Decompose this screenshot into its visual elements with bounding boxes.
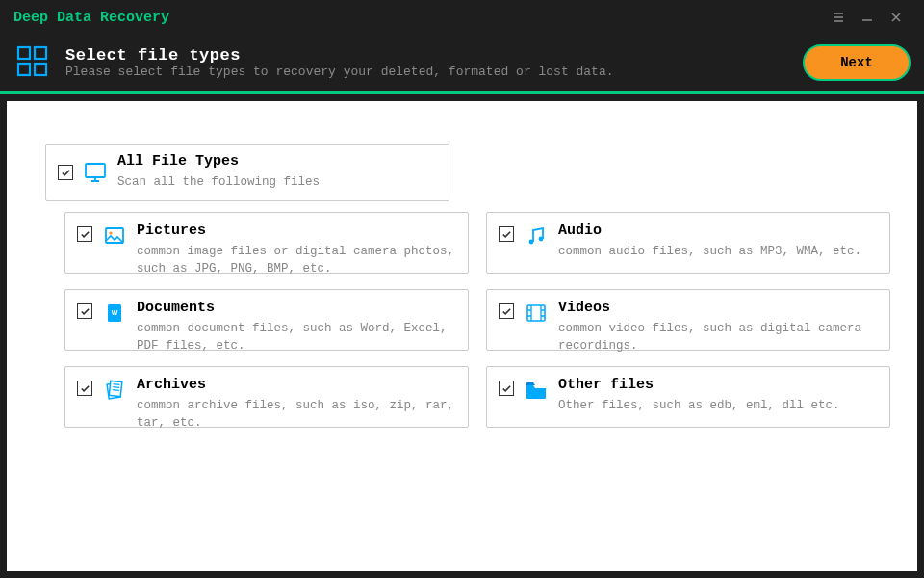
checkbox-audio[interactable] (499, 226, 514, 242)
svg-rect-0 (18, 47, 30, 59)
checkbox-archives[interactable] (77, 381, 92, 396)
card-documents-label: Documents (137, 300, 456, 316)
page: All File Types Scan all the following fi… (7, 101, 917, 571)
page-title: Select file types (65, 46, 803, 65)
card-all-file-types[interactable]: All File Types Scan all the following fi… (45, 144, 449, 201)
next-button-label: Next (840, 55, 873, 70)
minimize-icon[interactable] (853, 3, 882, 32)
svg-rect-3 (35, 64, 46, 75)
checkbox-other[interactable] (499, 381, 514, 396)
card-videos[interactable]: Videos common video files, such as digit… (486, 289, 890, 351)
svg-point-8 (539, 237, 544, 242)
card-all-label: All File Types (117, 153, 437, 170)
card-pictures-label: Pictures (137, 223, 456, 239)
checkbox-documents[interactable] (77, 303, 92, 319)
next-button[interactable]: Next (803, 44, 911, 81)
title-bar: Deep Data Recovery (0, 0, 924, 35)
stage: All File Types Scan all the following fi… (0, 94, 924, 578)
checkbox-pictures[interactable] (77, 226, 92, 242)
card-documents[interactable]: W Documents common document files, such … (64, 289, 469, 351)
image-icon (102, 223, 127, 249)
folder-icon (524, 378, 549, 403)
card-other[interactable]: Other files Other files, such as edb, em… (486, 366, 890, 428)
archive-icon (102, 378, 127, 403)
card-archives[interactable]: Archives common archive files, such as i… (64, 366, 469, 428)
page-subtitle: Please select file types to recovery you… (65, 65, 803, 79)
card-other-label: Other files (558, 377, 878, 393)
card-pictures[interactable]: Pictures common image files or digital c… (64, 212, 469, 274)
card-pictures-desc: common image files or digital camera pho… (137, 243, 456, 277)
card-audio-label: Audio (558, 223, 878, 239)
card-other-desc: Other files, such as edb, eml, dll etc. (558, 397, 878, 414)
svg-rect-1 (35, 47, 46, 59)
svg-rect-4 (86, 164, 105, 177)
close-icon[interactable] (882, 3, 911, 32)
film-icon (524, 301, 549, 326)
app-title: Deep Data Recovery (13, 10, 169, 26)
checkbox-all[interactable] (58, 165, 73, 180)
checkbox-videos[interactable] (499, 303, 514, 319)
card-audio[interactable]: Audio common audio files, such as MP3, W… (486, 212, 890, 274)
card-documents-desc: common document files, such as Word, Exc… (137, 320, 456, 355)
card-audio-desc: common audio files, such as MP3, WMA, et… (558, 243, 878, 260)
svg-rect-2 (18, 64, 30, 75)
card-archives-desc: common archive files, such as iso, zip, … (137, 397, 456, 432)
svg-rect-11 (527, 305, 545, 321)
monitor-icon (83, 160, 108, 185)
music-note-icon (524, 223, 549, 249)
app-logo-icon (13, 42, 54, 83)
card-videos-label: Videos (558, 300, 878, 316)
document-icon: W (102, 301, 127, 326)
card-all-desc: Scan all the following files (117, 173, 437, 191)
svg-point-7 (529, 240, 534, 245)
svg-text:W: W (112, 309, 118, 316)
svg-point-6 (109, 231, 112, 234)
card-archives-label: Archives (137, 377, 456, 393)
menu-icon[interactable] (824, 3, 853, 32)
card-videos-desc: common video files, such as digital came… (558, 320, 878, 355)
header: Select file types Please select file typ… (0, 35, 924, 91)
